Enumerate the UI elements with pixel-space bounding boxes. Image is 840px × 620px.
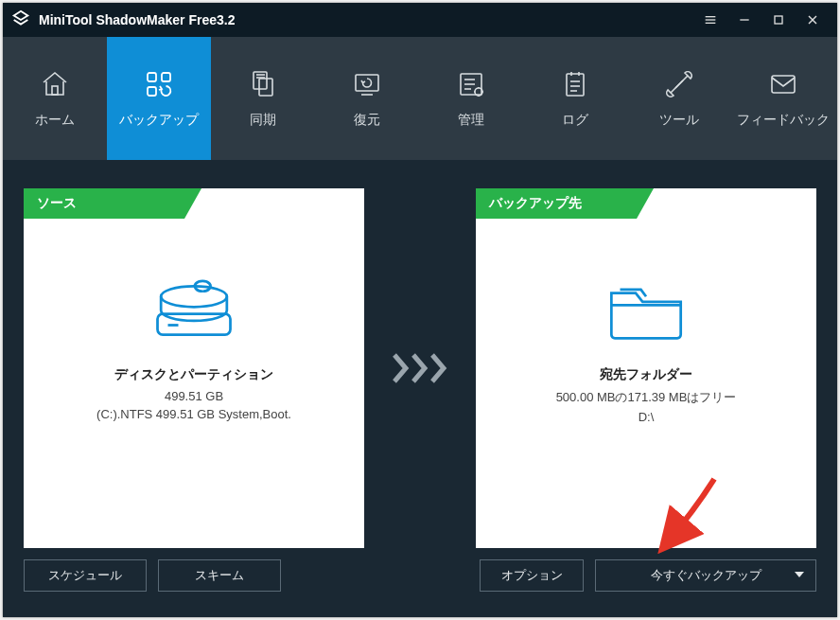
button-label: オプション [501,567,563,584]
nav-label: 同期 [250,112,276,129]
nav-label: ホーム [35,112,75,129]
chevron-down-icon [795,572,804,577]
destination-tag-label: バックアップ先 [489,195,582,212]
nav-label: 復元 [354,112,380,129]
svg-rect-12 [259,79,272,96]
app-logo-icon [10,9,31,30]
nav-log[interactable]: ログ [523,37,627,160]
nav-tools[interactable]: ツール [627,37,731,160]
transfer-arrows-icon [377,188,463,548]
button-label: 今すぐバックアップ [651,567,761,584]
scheme-button[interactable]: スキーム [158,559,281,592]
sync-icon [247,68,279,100]
nav-restore[interactable]: 復元 [315,37,419,160]
disk-icon [24,262,364,357]
content-area: ソース ディスクとパーティション 499.51 GB (C:).NTFS 499… [3,160,837,617]
folder-icon [476,262,816,357]
destination-panel[interactable]: バックアップ先 宛先フォルダー 500.00 MBの171.39 MBはフリー … [476,188,816,548]
svg-rect-13 [356,75,378,91]
nav-sync[interactable]: 同期 [211,37,315,160]
svg-rect-10 [148,87,156,96]
app-window: MiniTool ShadowMaker Free3.2 ホーム バックアップ [3,3,837,617]
svg-rect-8 [148,73,156,81]
button-label: スキーム [195,567,244,584]
button-label: スケジュール [48,567,122,584]
destination-buttons: オプション 今すぐバックアップ [476,559,816,592]
source-tag: ソース [24,188,184,219]
manage-icon [455,68,487,100]
nav-label: ツール [659,112,699,129]
nav-label: 管理 [458,112,484,129]
main-nav: ホーム バックアップ 同期 復元 管理 [3,37,837,160]
nav-backup[interactable]: バックアップ [107,37,211,160]
source-detail: (C:).NTFS 499.51 GB System,Boot. [96,407,291,421]
close-button[interactable] [796,3,830,37]
restore-icon [351,68,383,100]
svg-rect-4 [775,16,782,24]
backup-icon [143,68,175,100]
tools-icon [663,68,695,100]
nav-feedback[interactable]: フィードバック [731,37,835,160]
source-size: 499.51 GB [165,389,223,403]
schedule-button[interactable]: スケジュール [24,559,147,592]
home-icon [39,68,71,100]
log-icon [559,68,591,100]
options-button[interactable]: オプション [480,559,584,592]
titlebar: MiniTool ShadowMaker Free3.2 [3,3,837,37]
nav-label: バックアップ [119,112,199,129]
destination-size: 500.00 MBの171.39 MBはフリー [556,389,737,406]
minimize-button[interactable] [727,3,761,37]
backup-now-button[interactable]: 今すぐバックアップ [595,559,816,592]
app-title: MiniTool ShadowMaker Free3.2 [39,12,235,27]
source-panel[interactable]: ソース ディスクとパーティション 499.51 GB (C:).NTFS 499… [24,188,364,548]
destination-detail: D:\ [639,410,655,424]
svg-rect-9 [162,73,170,81]
nav-manage[interactable]: 管理 [419,37,523,160]
svg-rect-24 [567,74,584,96]
feedback-icon [767,68,799,100]
svg-rect-7 [52,86,58,95]
destination-caption: 宛先フォルダー [600,366,692,383]
nav-home[interactable]: ホーム [3,37,107,160]
menu-icon[interactable] [693,3,727,37]
source-caption: ディスクとパーティション [114,366,273,383]
svg-rect-30 [772,76,795,93]
nav-label: ログ [562,112,588,129]
nav-label: フィードバック [737,112,830,129]
svg-point-32 [161,286,227,307]
source-tag-label: ソース [37,195,77,212]
source-buttons: スケジュール スキーム [24,559,364,592]
destination-tag: バックアップ先 [476,188,637,219]
maximize-button[interactable] [761,3,796,37]
